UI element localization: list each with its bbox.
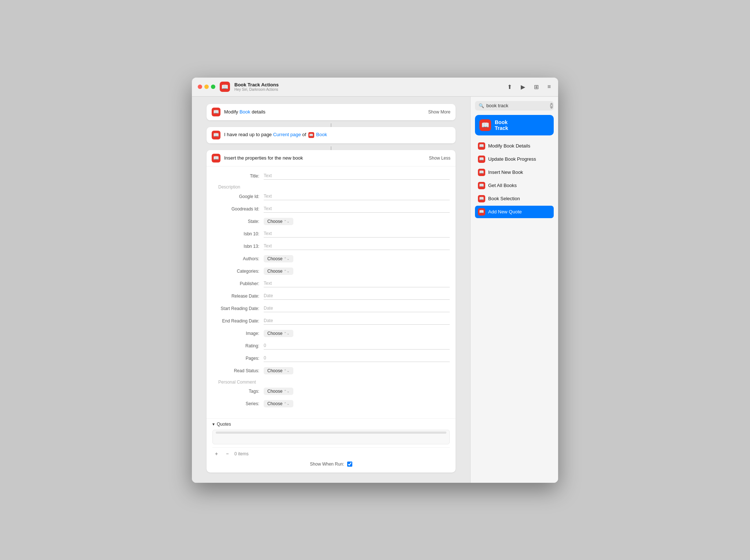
action-list-item-addquote[interactable]: 📖 Add New Quote	[475, 206, 554, 218]
book-link[interactable]: Book	[316, 132, 327, 137]
start-reading-row: Start Reading Date:	[212, 303, 450, 314]
action-list-label-selection: Book Selection	[488, 196, 520, 201]
title-input[interactable]	[264, 172, 450, 180]
isbn13-input[interactable]	[264, 242, 450, 250]
progress-card: 📖 I have read up to page Current page of…	[207, 127, 456, 143]
app-window: 📖 Book Track Actions Hey Siri, Darkroom …	[192, 78, 558, 483]
remove-quote-button[interactable]: －	[223, 450, 231, 458]
book-track-label: Book Track	[495, 119, 508, 131]
play-button[interactable]: ▶	[519, 82, 527, 92]
description-placeholder: Description	[218, 184, 240, 190]
quotes-toggle[interactable]: ▾ Quotes	[212, 422, 450, 427]
book-track-widget[interactable]: 📖 Book Track	[475, 115, 554, 135]
start-reading-input[interactable]	[264, 305, 450, 312]
inline-book-icon: 📖	[308, 132, 314, 138]
minimize-button[interactable]	[204, 85, 209, 89]
rating-input[interactable]	[264, 342, 450, 350]
gallery-button[interactable]: ⊞	[532, 82, 540, 92]
maximize-button[interactable]	[211, 85, 215, 89]
action-list-item-modify[interactable]: 📖 Modify Book Details	[475, 140, 554, 152]
publisher-row: Publisher:	[212, 279, 450, 289]
google-id-field	[264, 193, 450, 200]
app-icon: 📖	[220, 82, 230, 92]
goodreads-id-input[interactable]	[264, 205, 450, 213]
categories-label: Categories:	[212, 269, 264, 274]
close-button[interactable]	[198, 85, 202, 89]
action-list-item-insert[interactable]: 📖 Insert New Book	[475, 166, 554, 179]
insert-book-card: 📖 Insert the properties for the new book…	[207, 150, 456, 473]
show-when-run-checkbox[interactable]	[347, 462, 352, 467]
progress-title: I have read up to page Current page of 📖…	[224, 132, 450, 138]
action-list-item-getall[interactable]: 📖 Get All Books	[475, 179, 554, 192]
share-button[interactable]: ⬆	[506, 82, 513, 92]
end-reading-input[interactable]	[264, 317, 450, 325]
read-status-row: Read Status: Choose	[212, 366, 450, 376]
connector-line	[331, 123, 331, 127]
book-track-icon: 📖	[479, 119, 491, 131]
insert-book-icon: 📖	[212, 154, 220, 163]
tags-row: Tags: Choose	[212, 386, 450, 396]
quotes-content	[212, 430, 450, 444]
titlebar-actions: ⬆ ▶ ⊞ ≡	[506, 82, 552, 92]
app-name: Book Track Actions	[234, 82, 279, 87]
main-content: 📖 Modify Book details Show More 📖	[192, 97, 558, 483]
publisher-input[interactable]	[264, 280, 450, 287]
pages-input[interactable]	[264, 354, 450, 362]
current-page-link[interactable]: Current page	[273, 132, 301, 137]
form-body: Title: Description Google Id:	[207, 167, 456, 415]
show-less-button[interactable]: Show Less	[429, 156, 450, 161]
state-row: State: Choose	[212, 216, 450, 227]
read-status-select[interactable]: Choose	[264, 367, 293, 374]
action-list-label-progress: Update Book Progress	[488, 156, 536, 162]
action-list-label-getall: Get All Books	[488, 183, 517, 188]
insert-book-title: Insert the properties for the new book	[224, 155, 425, 161]
end-reading-row: End Reading Date:	[212, 316, 450, 326]
isbn10-input[interactable]	[264, 230, 450, 238]
isbn13-field	[264, 242, 450, 250]
search-bar[interactable]: 🔍 ✕	[475, 101, 554, 111]
titlebar-title: Book Track Actions Hey Siri, Darkroom Ac…	[234, 82, 279, 92]
authors-select[interactable]: Choose	[264, 255, 293, 262]
show-when-run-label: Show When Run:	[310, 462, 344, 467]
show-when-run-row: Show When Run:	[212, 460, 450, 470]
state-label: State:	[212, 219, 264, 224]
state-select[interactable]: Choose	[264, 218, 293, 225]
add-quote-button[interactable]: ＋	[212, 450, 220, 458]
modify-book-title: Modify Book details	[224, 109, 424, 115]
release-date-input[interactable]	[264, 292, 450, 300]
start-reading-field	[264, 305, 450, 312]
search-input[interactable]	[486, 103, 548, 108]
personal-comment-area: Personal Comment	[212, 378, 450, 386]
google-id-input[interactable]	[264, 193, 450, 200]
end-reading-label: End Reading Date:	[212, 318, 264, 324]
authors-field: Choose	[264, 255, 450, 262]
read-status-label: Read Status:	[212, 368, 264, 373]
settings-button[interactable]: ≡	[546, 82, 552, 92]
pages-field	[264, 354, 450, 362]
show-more-button[interactable]: Show More	[428, 109, 450, 115]
action-list-item-selection[interactable]: 📖 Book Selection	[475, 193, 554, 205]
state-field: Choose	[264, 218, 450, 225]
action-list-icon-addquote: 📖	[478, 208, 485, 216]
tags-select[interactable]: Choose	[264, 388, 293, 395]
image-select[interactable]: Choose	[264, 330, 293, 337]
pages-label: Pages:	[212, 356, 264, 361]
start-reading-label: Start Reading Date:	[212, 306, 264, 311]
center-panel: 📖 Modify Book details Show More 📖	[192, 97, 470, 483]
goodreads-id-field	[264, 205, 450, 213]
action-list-item-progress[interactable]: 📖 Update Book Progress	[475, 153, 554, 165]
insert-book-header: 📖 Insert the properties for the new book…	[207, 150, 456, 167]
connector-line-2	[331, 146, 331, 150]
clear-search-button[interactable]: ✕	[550, 103, 553, 109]
modify-book-link[interactable]: Book	[240, 109, 250, 115]
rating-field	[264, 342, 450, 350]
publisher-field	[264, 280, 450, 287]
titlebar: 📖 Book Track Actions Hey Siri, Darkroom …	[192, 78, 558, 97]
title-label: Title:	[212, 173, 264, 179]
categories-select[interactable]: Choose	[264, 268, 293, 275]
traffic-lights	[198, 85, 215, 89]
image-row: Image: Choose	[212, 328, 450, 339]
action-list-icon-getall: 📖	[478, 182, 485, 189]
isbn13-label: Isbn 13:	[212, 244, 264, 249]
series-select[interactable]: Choose	[264, 400, 293, 407]
